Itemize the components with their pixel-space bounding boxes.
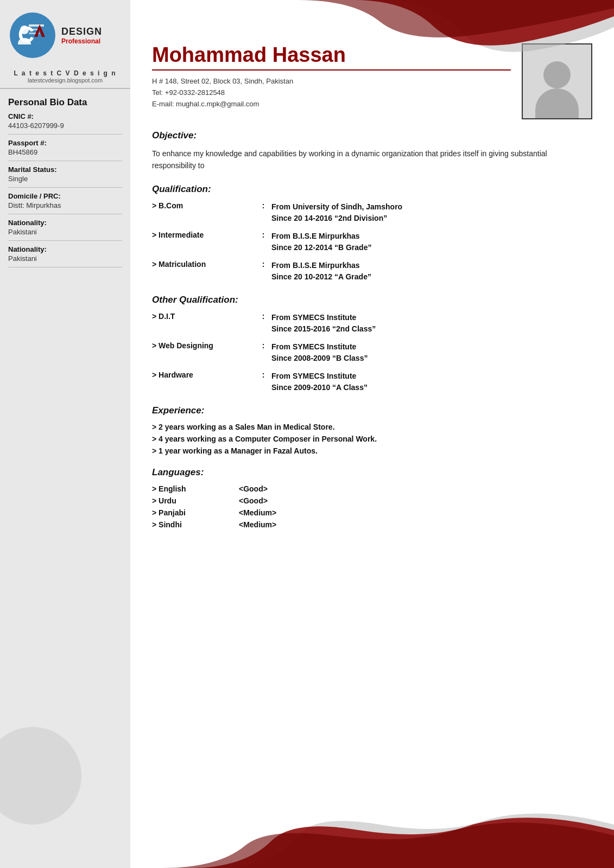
bio-title: Personal Bio Data xyxy=(8,97,122,108)
bio-item: Nationality:Pakistani xyxy=(8,245,122,267)
language-level: <Good> xyxy=(239,496,304,505)
experience-list: > 2 years working as a Sales Man in Medi… xyxy=(152,423,592,455)
languages-title: Languages: xyxy=(152,467,592,478)
qual-colon: : xyxy=(255,312,271,321)
other-qualification-title: Other Qualification: xyxy=(152,295,592,305)
qual-details: From B.I.S.E MirpurkhasSince 20 10-2012 … xyxy=(271,260,371,283)
language-name: > English xyxy=(152,484,239,493)
bio-value: Distt: Mirpurkhas xyxy=(8,201,122,209)
qual-degree: > Matriculation xyxy=(152,260,255,269)
experience-title: Experience: xyxy=(152,405,592,416)
site-name: L a t e s t C V D e s i g n xyxy=(5,69,125,77)
qualification-row: > Hardware : From SYMECS InstituteSince … xyxy=(152,371,592,393)
qual-colon: : xyxy=(255,231,271,239)
bio-item: Nationality:Pakistani xyxy=(8,219,122,241)
logo-area: C DESIGN Professional xyxy=(0,0,130,65)
qual-details: From SYMECS InstituteSince 2009-2010 “A … xyxy=(271,371,368,393)
header-area: Mohammad Hassan H # 148, Street 02, Bloc… xyxy=(152,16,592,119)
cv-logo-icon: C xyxy=(8,11,57,60)
qual-colon: : xyxy=(255,260,271,269)
language-name: > Panjabi xyxy=(152,508,239,517)
svg-rect-2 xyxy=(29,24,44,27)
language-level: <Medium> xyxy=(239,520,304,529)
bio-value: 44103-6207999-9 xyxy=(8,122,122,130)
objective-section: Objective: To enhance my knowledge and c… xyxy=(152,130,592,172)
qualification-title: Qualification: xyxy=(152,184,592,195)
address: H # 148, Street 02, Block 03, Sindh, Pak… xyxy=(152,76,511,87)
bio-item: Domicile / PRC:Distt: Mirpurkhas xyxy=(8,192,122,214)
qual-degree: > D.I.T xyxy=(152,312,255,321)
experience-item: > 2 years working as a Sales Man in Medi… xyxy=(152,423,592,431)
bio-label: Passport #: xyxy=(8,139,122,147)
qualification-row: > D.I.T : From SYMECS InstituteSince 201… xyxy=(152,312,592,335)
qual-degree: > Hardware xyxy=(152,371,255,379)
qualification-section: Qualification: > B.Com : From University… xyxy=(152,184,592,283)
photo-placeholder xyxy=(523,44,591,118)
name-contact: Mohammad Hassan H # 148, Street 02, Bloc… xyxy=(152,43,511,110)
objective-title: Objective: xyxy=(152,130,592,141)
qual-degree: > B.Com xyxy=(152,201,255,210)
objective-text: To enhance my knowledge and capabilities… xyxy=(152,148,592,172)
contact-info: H # 148, Street 02, Block 03, Sindh, Pak… xyxy=(152,76,511,110)
qualification-list: > B.Com : From University of Sindh, Jams… xyxy=(152,201,592,283)
experience-item: > 1 year working as a Manager in Fazal A… xyxy=(152,446,592,455)
bio-label: Nationality: xyxy=(8,245,122,253)
qual-details: From SYMECS InstituteSince 2015-2016 “2n… xyxy=(271,312,376,335)
qual-colon: : xyxy=(255,201,271,210)
other-qualification-section: Other Qualification: > D.I.T : From SYME… xyxy=(152,295,592,393)
qual-degree: > Web Designing xyxy=(152,341,255,350)
qualification-row: > Matriculation : From B.I.S.E Mirpurkha… xyxy=(152,260,592,283)
qual-details: From B.I.S.E MirpurkhasSince 20 12-2014 … xyxy=(271,231,371,253)
bio-fields: CNIC #:44103-6207999-9Passport #:BH45869… xyxy=(8,112,122,267)
photo-box xyxy=(522,43,592,119)
bio-label: Domicile / PRC: xyxy=(8,192,122,200)
svg-point-5 xyxy=(20,25,29,34)
photo-head xyxy=(543,61,571,88)
qual-details: From University of Sindh, JamshoroSince … xyxy=(271,201,402,224)
bio-value: Single xyxy=(8,175,122,183)
logo-text: DESIGN Professional xyxy=(61,26,102,45)
sidebar-decorative-circle xyxy=(0,727,81,825)
site-info: L a t e s t C V D e s i g n latestcvdesi… xyxy=(0,65,130,89)
full-name: Mohammad Hassan xyxy=(152,43,511,71)
bio-value: Pakistani xyxy=(8,228,122,236)
bio-value: Pakistani xyxy=(8,254,122,263)
language-level: <Good> xyxy=(239,484,304,493)
qual-degree: > Intermediate xyxy=(152,231,255,239)
qualification-row: > B.Com : From University of Sindh, Jams… xyxy=(152,201,592,224)
tel: Tel: +92-0332-2812548 xyxy=(152,87,511,99)
qual-colon: : xyxy=(255,341,271,350)
bio-section: Personal Bio Data CNIC #:44103-6207999-9… xyxy=(0,89,130,267)
bio-item: Marital Status:Single xyxy=(8,165,122,188)
qualification-row: > Intermediate : From B.I.S.E Mirpurkhas… xyxy=(152,231,592,253)
qual-colon: : xyxy=(255,371,271,379)
qual-details: From SYMECS InstituteSince 2008-2009 “B … xyxy=(271,341,368,364)
bio-label: Marital Status: xyxy=(8,165,122,174)
language-level: <Medium> xyxy=(239,508,304,517)
bio-label: CNIC #: xyxy=(8,112,122,120)
languages-section: Languages: > English<Good>> Urdu<Good>> … xyxy=(152,467,592,529)
bio-item: CNIC #:44103-6207999-9 xyxy=(8,112,122,135)
main-content: Mohammad Hassan H # 148, Street 02, Bloc… xyxy=(130,0,614,868)
bio-value: BH45869 xyxy=(8,148,122,156)
photo-body xyxy=(535,88,579,118)
qualification-row: > Web Designing : From SYMECS InstituteS… xyxy=(152,341,592,364)
logo-design-label: DESIGN xyxy=(61,26,102,37)
email: E-mail: mughal.c.mpk@gmail.com xyxy=(152,99,511,110)
other-qualification-list: > D.I.T : From SYMECS InstituteSince 201… xyxy=(152,312,592,393)
cv-page: C DESIGN Professional L a t e s t C V D … xyxy=(0,0,614,868)
bio-item: Passport #:BH45869 xyxy=(8,139,122,161)
language-name: > Urdu xyxy=(152,496,239,505)
experience-section: Experience: > 2 years working as a Sales… xyxy=(152,405,592,455)
languages-list: > English<Good>> Urdu<Good>> Panjabi<Med… xyxy=(152,484,592,529)
site-url: latestcvdesign.blogspot.com xyxy=(5,77,125,84)
sidebar: C DESIGN Professional L a t e s t C V D … xyxy=(0,0,130,868)
logo-professional-label: Professional xyxy=(61,37,102,45)
experience-item: > 4 years working as a Computer Composer… xyxy=(152,435,592,443)
language-name: > Sindhi xyxy=(152,520,239,529)
bio-label: Nationality: xyxy=(8,219,122,227)
